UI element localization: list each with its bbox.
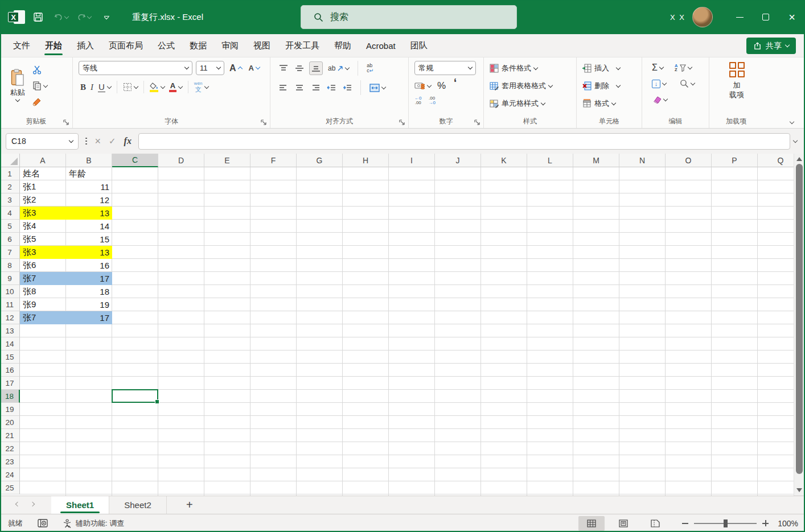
orientation-button[interactable]: ab xyxy=(326,61,351,75)
cell-A10[interactable]: 张8 xyxy=(20,285,66,298)
row-header-4[interactable]: 4 xyxy=(0,207,20,220)
sheet-tab-Sheet1[interactable]: Sheet1 xyxy=(51,496,109,514)
ribbon-tab-3[interactable]: 页面布局 xyxy=(101,34,150,57)
cell-B7[interactable]: 13 xyxy=(66,246,112,259)
top-align-button[interactable] xyxy=(277,61,290,75)
cell-A12[interactable]: 张7 xyxy=(20,311,66,324)
ribbon-tab-2[interactable]: 插入 xyxy=(69,34,101,57)
decrease-decimal-button[interactable]: .00 →0 xyxy=(428,96,435,105)
cell-B9[interactable]: 17 xyxy=(66,272,112,285)
ribbon-tab-6[interactable]: 审阅 xyxy=(214,34,246,57)
increase-font-button[interactable]: A xyxy=(228,61,244,75)
row-header-11[interactable]: 11 xyxy=(0,298,20,311)
font-color-button[interactable]: A xyxy=(167,80,184,94)
row-header-2[interactable]: 2 xyxy=(0,180,20,193)
phonetic-guide-button[interactable]: wén 文 xyxy=(192,80,210,94)
name-box-splitter[interactable] xyxy=(85,138,87,145)
row-header-15[interactable]: 15 xyxy=(0,350,20,364)
vertical-scroll-thumb[interactable] xyxy=(796,164,803,474)
row-header-25[interactable]: 25 xyxy=(0,481,20,494)
accessibility-status[interactable]: 辅助功能: 调查 xyxy=(63,518,124,529)
page-break-preview-button[interactable] xyxy=(642,516,668,531)
row-header-5[interactable]: 5 xyxy=(0,220,20,233)
row-header-10[interactable]: 10 xyxy=(0,285,20,298)
align-left-button[interactable] xyxy=(277,81,290,94)
column-header-I[interactable]: I xyxy=(389,154,435,167)
fill-button[interactable]: ↓ xyxy=(650,77,668,90)
row-header-17[interactable]: 17 xyxy=(0,377,20,390)
ribbon-tab-10[interactable]: Acrobat xyxy=(359,34,403,57)
account-name[interactable]: X X xyxy=(670,13,685,22)
ribbon-tab-1[interactable]: 开始 xyxy=(38,34,69,57)
column-header-L[interactable]: L xyxy=(527,154,573,167)
zoom-in-button[interactable] xyxy=(762,520,769,526)
cell-A1[interactable]: 姓名 xyxy=(20,167,66,180)
font-name-combo[interactable]: 等线 xyxy=(79,61,192,75)
column-header-O[interactable]: O xyxy=(666,154,712,167)
minimize-button[interactable] xyxy=(726,0,753,34)
column-header-B[interactable]: B xyxy=(66,154,112,167)
zoom-out-button[interactable] xyxy=(682,523,688,524)
percent-style-button[interactable]: % xyxy=(436,79,447,93)
fill-color-button[interactable] xyxy=(148,80,166,94)
ribbon-tab-4[interactable]: 公式 xyxy=(150,34,182,57)
previous-sheet-arrow-icon[interactable] xyxy=(15,502,20,506)
decrease-indent-button[interactable] xyxy=(325,81,338,94)
zoom-slider-handle[interactable] xyxy=(724,519,728,527)
zoom-slider[interactable] xyxy=(694,523,757,524)
row-header-20[interactable]: 20 xyxy=(0,416,20,429)
format-cells-button[interactable]: 格式 xyxy=(582,96,639,111)
vertical-scrollbar[interactable] xyxy=(794,154,804,496)
row-header-13[interactable]: 13 xyxy=(0,324,20,337)
column-header-H[interactable]: H xyxy=(343,154,389,167)
cell-A3[interactable]: 张2 xyxy=(20,193,66,207)
sheet-tab-Sheet2[interactable]: Sheet2 xyxy=(109,496,167,514)
ribbon-tab-8[interactable]: 开发工具 xyxy=(278,34,327,57)
column-header-E[interactable]: E xyxy=(204,154,250,167)
row-header-21[interactable]: 21 xyxy=(0,429,20,442)
bottom-align-button[interactable] xyxy=(309,61,323,75)
bold-button[interactable]: B xyxy=(79,80,88,94)
enter-button[interactable]: ✓ xyxy=(109,136,116,146)
name-box[interactable]: C18 xyxy=(6,133,79,150)
row-header-1[interactable]: 1 xyxy=(0,167,20,180)
cell-B10[interactable]: 18 xyxy=(66,285,112,298)
row-header-8[interactable]: 8 xyxy=(0,259,20,272)
cell-A6[interactable]: 张5 xyxy=(20,233,66,246)
row-header-18[interactable]: 18 xyxy=(0,390,20,403)
zoom-level[interactable]: 100% xyxy=(778,519,798,528)
align-center-button[interactable] xyxy=(293,81,306,94)
row-header-24[interactable]: 24 xyxy=(0,468,20,481)
row-header-3[interactable]: 3 xyxy=(0,193,20,207)
insert-function-button[interactable]: fx xyxy=(124,136,132,146)
decrease-font-button[interactable]: A xyxy=(247,61,261,75)
format-painter-button[interactable] xyxy=(31,95,49,109)
ribbon-tab-5[interactable]: 数据 xyxy=(182,34,214,57)
ribbon-tab-9[interactable]: 帮助 xyxy=(327,34,359,57)
new-sheet-button[interactable]: + xyxy=(178,498,201,512)
merge-center-button[interactable] xyxy=(368,81,387,94)
macro-record-icon[interactable] xyxy=(38,519,48,527)
format-as-table-button[interactable]: 套用表格格式 xyxy=(490,79,574,93)
addins-button[interactable]: 加 载项 xyxy=(713,62,761,100)
conditional-formatting-button[interactable]: 条件格式 xyxy=(490,61,574,76)
grid-body[interactable]: 姓名年龄张111张212张313张414张515张313张616张717张818… xyxy=(20,167,794,496)
ribbon-tab-7[interactable]: 视图 xyxy=(246,34,278,57)
ribbon-tab-0[interactable]: 文件 xyxy=(6,34,38,57)
redo-button[interactable] xyxy=(74,7,93,27)
excel-app-icon[interactable]: X xyxy=(8,9,25,25)
row-header-19[interactable]: 19 xyxy=(0,403,20,416)
cell-A4[interactable]: 张3 xyxy=(20,207,66,220)
cell-A5[interactable]: 张4 xyxy=(20,220,66,233)
comma-style-button[interactable]: , xyxy=(452,79,458,93)
column-header-F[interactable]: F xyxy=(250,154,297,167)
cell-B4[interactable]: 13 xyxy=(66,207,112,220)
column-header-Q[interactable]: Q xyxy=(758,154,794,167)
increase-indent-button[interactable] xyxy=(341,81,354,94)
row-header-6[interactable]: 6 xyxy=(0,233,20,246)
quick-access-toolbar-menu[interactable] xyxy=(97,7,116,27)
scroll-up-arrow-icon[interactable] xyxy=(796,157,802,161)
formula-input[interactable] xyxy=(138,133,790,150)
cell-B1[interactable]: 年龄 xyxy=(66,167,112,180)
maximize-button[interactable] xyxy=(753,0,779,34)
